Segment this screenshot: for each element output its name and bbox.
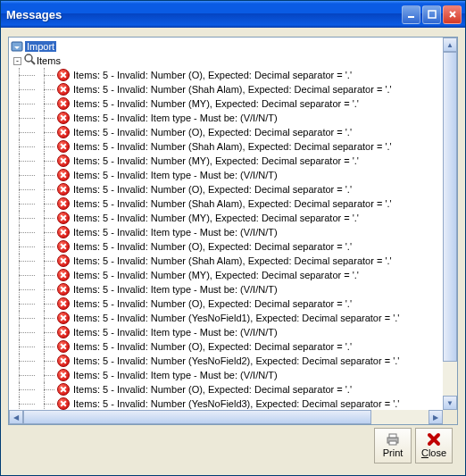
message-text: Items: 5 - Invalid: Number (O), Expected… <box>73 341 352 352</box>
message-text: Items: 5 - Invalid: Number (YesNoField1)… <box>73 313 399 323</box>
message-row[interactable]: Items: 5 - Invalid: Item type - Must be:… <box>11 168 441 182</box>
message-row[interactable]: Items: 5 - Invalid: Number (YesNoField1)… <box>11 311 441 325</box>
content-area: Import - Items Items: 5 - Invalid: Numbe… <box>1 28 465 475</box>
titlebar[interactable]: Messages <box>1 1 465 28</box>
message-row[interactable]: Items: 5 - Invalid: Number (O), Expected… <box>11 239 441 254</box>
tree-guide-icon <box>12 268 37 282</box>
message-list: Items: 5 - Invalid: Number (O), Expected… <box>11 68 441 410</box>
printer-icon <box>385 431 401 447</box>
error-icon <box>57 355 70 367</box>
message-row[interactable]: Items: 5 - Invalid: Item type - Must be:… <box>11 368 441 382</box>
error-icon <box>57 283 70 296</box>
tree-guide-icon <box>37 68 57 82</box>
message-text: Items: 5 - Invalid: Number (MY), Expecte… <box>73 213 359 223</box>
tree-node-items[interactable]: - Items <box>11 54 441 68</box>
message-row[interactable]: Items: 5 - Invalid: Number (O), Expected… <box>11 339 441 354</box>
message-text: Items: 5 - Invalid: Item type - Must be:… <box>73 227 278 238</box>
message-row[interactable]: Items: 5 - Invalid: Number (O), Expected… <box>11 182 441 196</box>
tree-guide-icon <box>12 382 37 397</box>
message-row[interactable]: Items: 5 - Invalid: Number (Shah Alam), … <box>11 139 441 154</box>
tree-content: Import - Items Items: 5 - Invalid: Numbe… <box>9 38 443 410</box>
message-text: Items: 5 - Invalid: Item type - Must be:… <box>73 170 278 180</box>
bottom-button-bar: Print Close <box>8 425 458 468</box>
message-text: Items: 5 - Invalid: Number (MY), Expecte… <box>73 98 359 109</box>
minimize-button[interactable] <box>402 5 420 24</box>
horizontal-scrollbar[interactable]: ◀ ▶ <box>9 410 443 424</box>
close-button[interactable]: Close <box>415 428 453 463</box>
tree-guide-icon <box>37 397 57 410</box>
error-icon <box>57 383 70 396</box>
tree-guide-icon <box>37 354 57 368</box>
messages-window: Messages Import - <box>0 0 466 476</box>
tree-guide-icon <box>12 254 37 268</box>
message-text: Items: 5 - Invalid: Number (O), Expected… <box>73 298 352 309</box>
tree-guide-icon <box>37 196 57 211</box>
error-icon <box>57 297 70 310</box>
message-row[interactable]: Items: 5 - Invalid: Item type - Must be:… <box>11 225 441 239</box>
window-title: Messages <box>6 8 402 21</box>
tree-guide-icon <box>37 325 57 339</box>
scroll-down-button[interactable]: ▼ <box>443 396 457 410</box>
message-text: Items: 5 - Invalid: Number (O), Expected… <box>73 384 352 395</box>
error-icon <box>57 269 70 281</box>
vscroll-track[interactable] <box>443 52 457 396</box>
tree-guide-icon <box>37 182 57 196</box>
error-icon <box>57 183 70 196</box>
hscroll-track[interactable] <box>23 410 429 424</box>
message-row[interactable]: Items: 5 - Invalid: Number (MY), Expecte… <box>11 211 441 225</box>
tree-guide-icon <box>37 111 57 125</box>
tree-guide-icon <box>12 211 37 225</box>
message-text: Items: 5 - Invalid: Number (YesNoField2)… <box>73 355 399 366</box>
tree-guide-icon <box>12 111 37 125</box>
message-row[interactable]: Items: 5 - Invalid: Item type - Must be:… <box>11 325 441 339</box>
message-row[interactable]: Items: 5 - Invalid: Number (O), Expected… <box>11 382 441 397</box>
message-text: Items: 5 - Invalid: Item type - Must be:… <box>73 284 278 295</box>
message-row[interactable]: Items: 5 - Invalid: Number (Shah Alam), … <box>11 196 441 211</box>
print-button[interactable]: Print <box>374 428 412 463</box>
maximize-button[interactable] <box>422 5 441 24</box>
message-row[interactable]: Items: 5 - Invalid: Number (YesNoField3)… <box>11 397 441 410</box>
tree-guide-icon <box>12 368 37 382</box>
import-icon <box>11 40 23 53</box>
message-row[interactable]: Items: 5 - Invalid: Number (MY), Expecte… <box>11 268 441 282</box>
hscroll-thumb[interactable] <box>23 410 371 424</box>
message-row[interactable]: Items: 5 - Invalid: Number (O), Expected… <box>11 296 441 311</box>
error-icon <box>57 326 70 338</box>
message-text: Items: 5 - Invalid: Number (O), Expected… <box>73 127 352 138</box>
message-row[interactable]: Items: 5 - Invalid: Number (O), Expected… <box>11 68 441 82</box>
tree-view[interactable]: Import - Items Items: 5 - Invalid: Numbe… <box>8 37 458 425</box>
close-label: Close <box>421 447 446 460</box>
message-row[interactable]: Items: 5 - Invalid: Number (O), Expected… <box>11 125 441 139</box>
message-row[interactable]: Items: 5 - Invalid: Number (YesNoField2)… <box>11 354 441 368</box>
scroll-right-button[interactable]: ▶ <box>429 410 443 424</box>
message-row[interactable]: Items: 5 - Invalid: Item type - Must be:… <box>11 282 441 296</box>
error-icon <box>57 83 70 96</box>
tree-guide-icon <box>37 296 57 311</box>
message-text: Items: 5 - Invalid: Item type - Must be:… <box>73 370 278 380</box>
scroll-up-button[interactable]: ▲ <box>443 38 457 52</box>
message-row[interactable]: Items: 5 - Invalid: Number (MY), Expecte… <box>11 96 441 111</box>
tree-guide-icon <box>12 225 37 239</box>
message-row[interactable]: Items: 5 - Invalid: Item type - Must be:… <box>11 111 441 125</box>
message-text: Items: 5 - Invalid: Number (MY), Expecte… <box>73 155 359 166</box>
tree-guide-icon <box>37 282 57 296</box>
message-text: Items: 5 - Invalid: Item type - Must be:… <box>73 113 278 123</box>
message-row[interactable]: Items: 5 - Invalid: Number (Shah Alam), … <box>11 82 441 96</box>
message-text: Items: 5 - Invalid: Number (MY), Expecte… <box>73 270 359 280</box>
scroll-left-button[interactable]: ◀ <box>9 410 23 424</box>
collapse-icon[interactable]: - <box>13 57 21 65</box>
error-icon <box>57 169 70 181</box>
magnifier-icon <box>24 54 37 68</box>
error-icon <box>57 69 70 81</box>
window-close-button[interactable] <box>443 5 462 24</box>
tree-guide-icon <box>37 268 57 282</box>
vertical-scrollbar[interactable]: ▲ ▼ <box>443 38 457 410</box>
message-row[interactable]: Items: 5 - Invalid: Number (Shah Alam), … <box>11 254 441 268</box>
tree-guide-icon <box>12 154 37 168</box>
vscroll-thumb[interactable] <box>443 52 457 362</box>
close-x-icon <box>427 431 441 447</box>
message-text: Items: 5 - Invalid: Number (O), Expected… <box>73 184 352 195</box>
tree-root-import[interactable]: Import <box>11 39 441 54</box>
print-label: Print <box>383 447 404 460</box>
message-row[interactable]: Items: 5 - Invalid: Number (MY), Expecte… <box>11 154 441 168</box>
